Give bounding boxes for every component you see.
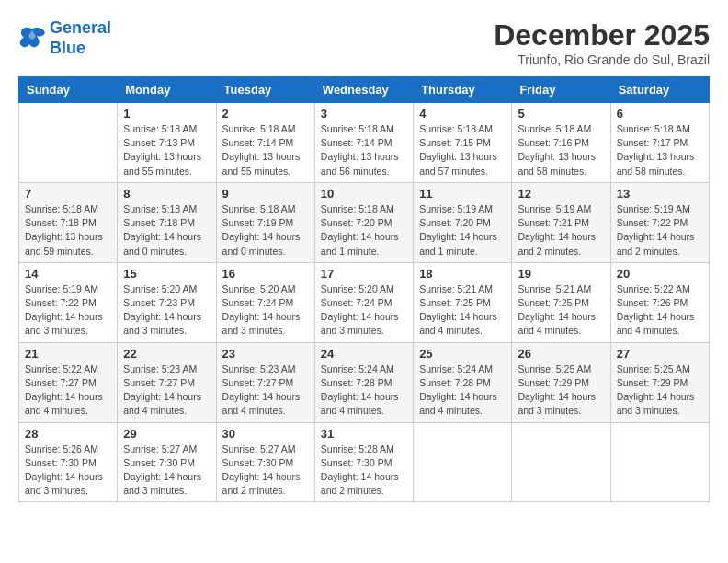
day-info: Sunrise: 5:22 AM Sunset: 7:27 PM Dayligh… <box>25 362 111 419</box>
calendar-cell <box>512 422 610 502</box>
day-info: Sunrise: 5:24 AM Sunset: 7:28 PM Dayligh… <box>321 362 407 419</box>
calendar-cell: 26Sunrise: 5:25 AM Sunset: 7:29 PM Dayli… <box>512 342 610 422</box>
day-info: Sunrise: 5:18 AM Sunset: 7:15 PM Dayligh… <box>419 122 506 178</box>
day-number: 14 <box>25 267 111 281</box>
calendar-cell: 13Sunrise: 5:19 AM Sunset: 7:22 PM Dayli… <box>610 182 709 262</box>
calendar-cell: 25Sunrise: 5:24 AM Sunset: 7:28 PM Dayli… <box>414 342 512 422</box>
day-number: 7 <box>25 187 111 201</box>
weekday-header: Saturday <box>610 77 709 103</box>
calendar-header-row: SundayMondayTuesdayWednesdayThursdayFrid… <box>19 77 710 103</box>
calendar-cell: 8Sunrise: 5:18 AM Sunset: 7:18 PM Daylig… <box>118 182 216 262</box>
calendar-cell: 9Sunrise: 5:18 AM Sunset: 7:19 PM Daylig… <box>216 182 314 262</box>
day-number: 18 <box>419 267 506 281</box>
day-info: Sunrise: 5:22 AM Sunset: 7:26 PM Dayligh… <box>617 282 703 339</box>
day-info: Sunrise: 5:19 AM Sunset: 7:22 PM Dayligh… <box>25 282 111 339</box>
day-info: Sunrise: 5:19 AM Sunset: 7:22 PM Dayligh… <box>617 202 703 259</box>
calendar-cell: 28Sunrise: 5:26 AM Sunset: 7:30 PM Dayli… <box>19 422 118 502</box>
calendar-cell: 7Sunrise: 5:18 AM Sunset: 7:18 PM Daylig… <box>19 182 118 262</box>
calendar-week-row: 21Sunrise: 5:22 AM Sunset: 7:27 PM Dayli… <box>19 342 710 422</box>
day-number: 31 <box>321 427 407 441</box>
day-info: Sunrise: 5:26 AM Sunset: 7:30 PM Dayligh… <box>25 442 111 499</box>
day-info: Sunrise: 5:19 AM Sunset: 7:21 PM Dayligh… <box>518 202 604 259</box>
day-info: Sunrise: 5:18 AM Sunset: 7:13 PM Dayligh… <box>123 122 210 178</box>
calendar-cell: 21Sunrise: 5:22 AM Sunset: 7:27 PM Dayli… <box>19 342 118 422</box>
day-number: 25 <box>419 347 506 361</box>
calendar-week-row: 1Sunrise: 5:18 AM Sunset: 7:13 PM Daylig… <box>19 103 710 183</box>
day-info: Sunrise: 5:18 AM Sunset: 7:17 PM Dayligh… <box>617 122 703 178</box>
page-header: General Blue December 2025 Triunfo, Rio … <box>18 18 710 67</box>
calendar-cell: 15Sunrise: 5:20 AM Sunset: 7:23 PM Dayli… <box>118 262 216 342</box>
calendar-cell: 1Sunrise: 5:18 AM Sunset: 7:13 PM Daylig… <box>118 103 216 183</box>
day-info: Sunrise: 5:18 AM Sunset: 7:20 PM Dayligh… <box>321 202 407 259</box>
day-number: 22 <box>123 347 210 361</box>
calendar-cell: 11Sunrise: 5:19 AM Sunset: 7:20 PM Dayli… <box>414 182 512 262</box>
day-info: Sunrise: 5:27 AM Sunset: 7:30 PM Dayligh… <box>123 442 210 499</box>
day-info: Sunrise: 5:18 AM Sunset: 7:18 PM Dayligh… <box>123 202 210 259</box>
logo-text: General Blue <box>50 18 111 58</box>
month-title: December 2025 <box>494 18 710 52</box>
calendar-table: SundayMondayTuesdayWednesdayThursdayFrid… <box>18 76 710 502</box>
logo-blue: Blue <box>50 39 111 59</box>
day-info: Sunrise: 5:24 AM Sunset: 7:28 PM Dayligh… <box>419 362 506 419</box>
day-number: 20 <box>617 267 703 281</box>
day-info: Sunrise: 5:18 AM Sunset: 7:16 PM Dayligh… <box>518 122 604 178</box>
day-number: 16 <box>222 267 309 281</box>
calendar-cell: 31Sunrise: 5:28 AM Sunset: 7:30 PM Dayli… <box>314 422 413 502</box>
day-number: 29 <box>123 427 210 441</box>
logo: General Blue <box>18 18 111 58</box>
day-number: 15 <box>123 267 210 281</box>
calendar-cell: 20Sunrise: 5:22 AM Sunset: 7:26 PM Dayli… <box>610 262 709 342</box>
weekday-header: Friday <box>512 77 610 103</box>
day-number: 24 <box>321 347 407 361</box>
day-info: Sunrise: 5:25 AM Sunset: 7:29 PM Dayligh… <box>518 362 604 419</box>
day-number: 3 <box>321 107 407 121</box>
calendar-cell: 29Sunrise: 5:27 AM Sunset: 7:30 PM Dayli… <box>118 422 216 502</box>
calendar-cell: 6Sunrise: 5:18 AM Sunset: 7:17 PM Daylig… <box>610 103 709 183</box>
day-info: Sunrise: 5:23 AM Sunset: 7:27 PM Dayligh… <box>222 362 309 419</box>
calendar-cell: 16Sunrise: 5:20 AM Sunset: 7:24 PM Dayli… <box>216 262 314 342</box>
weekday-header: Wednesday <box>314 77 413 103</box>
day-number: 11 <box>419 187 506 201</box>
calendar-cell: 18Sunrise: 5:21 AM Sunset: 7:25 PM Dayli… <box>414 262 512 342</box>
calendar-cell: 24Sunrise: 5:24 AM Sunset: 7:28 PM Dayli… <box>314 342 413 422</box>
calendar-cell: 23Sunrise: 5:23 AM Sunset: 7:27 PM Dayli… <box>216 342 314 422</box>
calendar-cell: 3Sunrise: 5:18 AM Sunset: 7:14 PM Daylig… <box>314 103 413 183</box>
day-number: 26 <box>518 347 604 361</box>
day-info: Sunrise: 5:19 AM Sunset: 7:20 PM Dayligh… <box>419 202 506 259</box>
calendar-cell <box>414 422 512 502</box>
calendar-cell: 22Sunrise: 5:23 AM Sunset: 7:27 PM Dayli… <box>118 342 216 422</box>
day-number: 30 <box>222 427 309 441</box>
calendar-cell: 10Sunrise: 5:18 AM Sunset: 7:20 PM Dayli… <box>314 182 413 262</box>
calendar-cell: 12Sunrise: 5:19 AM Sunset: 7:21 PM Dayli… <box>512 182 610 262</box>
calendar-cell: 27Sunrise: 5:25 AM Sunset: 7:29 PM Dayli… <box>610 342 709 422</box>
calendar-cell: 30Sunrise: 5:27 AM Sunset: 7:30 PM Dayli… <box>216 422 314 502</box>
logo-general: General <box>50 18 111 37</box>
calendar-cell: 2Sunrise: 5:18 AM Sunset: 7:14 PM Daylig… <box>216 103 314 183</box>
day-info: Sunrise: 5:21 AM Sunset: 7:25 PM Dayligh… <box>419 282 506 339</box>
day-number: 6 <box>617 107 703 121</box>
day-number: 13 <box>617 187 703 201</box>
day-number: 12 <box>518 187 604 201</box>
day-info: Sunrise: 5:20 AM Sunset: 7:24 PM Dayligh… <box>321 282 407 339</box>
day-info: Sunrise: 5:25 AM Sunset: 7:29 PM Dayligh… <box>617 362 703 419</box>
calendar-cell: 17Sunrise: 5:20 AM Sunset: 7:24 PM Dayli… <box>314 262 413 342</box>
location-subtitle: Triunfo, Rio Grande do Sul, Brazil <box>494 52 710 67</box>
day-info: Sunrise: 5:21 AM Sunset: 7:25 PM Dayligh… <box>518 282 604 339</box>
day-info: Sunrise: 5:20 AM Sunset: 7:23 PM Dayligh… <box>123 282 210 339</box>
day-info: Sunrise: 5:18 AM Sunset: 7:14 PM Dayligh… <box>222 122 309 178</box>
day-info: Sunrise: 5:28 AM Sunset: 7:30 PM Dayligh… <box>321 442 407 499</box>
weekday-header: Monday <box>118 77 216 103</box>
day-info: Sunrise: 5:18 AM Sunset: 7:14 PM Dayligh… <box>321 122 407 178</box>
logo-icon <box>18 26 46 52</box>
day-number: 4 <box>419 107 506 121</box>
weekday-header: Sunday <box>19 77 118 103</box>
weekday-header: Tuesday <box>216 77 314 103</box>
calendar-cell <box>610 422 709 502</box>
day-number: 19 <box>518 267 604 281</box>
calendar-week-row: 14Sunrise: 5:19 AM Sunset: 7:22 PM Dayli… <box>19 262 710 342</box>
day-number: 5 <box>518 107 604 121</box>
calendar-week-row: 7Sunrise: 5:18 AM Sunset: 7:18 PM Daylig… <box>19 182 710 262</box>
day-number: 2 <box>222 107 309 121</box>
calendar-cell: 4Sunrise: 5:18 AM Sunset: 7:15 PM Daylig… <box>414 103 512 183</box>
day-number: 23 <box>222 347 309 361</box>
